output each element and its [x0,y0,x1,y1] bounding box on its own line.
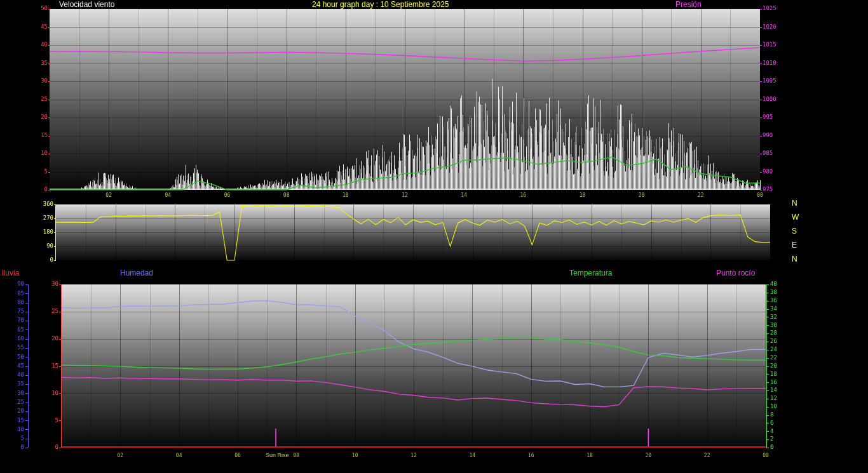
sunrise-label: Sun Rise [266,452,289,458]
rain-label: lluvia [2,269,19,277]
graph-title: 24 hour graph day : 10 Septiembre 2025 [312,0,449,9]
compass-label-north-bottom: N [792,255,797,263]
compass-label-north-top: N [792,199,797,208]
temperature-label: Temperatura [569,269,612,277]
weather-graph-canvas [0,0,868,473]
compass-label-south: S [792,227,797,236]
pressure-label: Presión [675,0,702,9]
wind-speed-label: Velocidad viento [59,0,114,9]
dew-point-label: Punto rocío [716,269,755,277]
weather-24h-graph: Velocidad viento 24 hour graph day : 10 … [0,0,868,473]
humidity-label: Humedad [120,269,153,277]
compass-label-west: W [792,213,799,222]
compass-label-east: E [792,241,797,250]
